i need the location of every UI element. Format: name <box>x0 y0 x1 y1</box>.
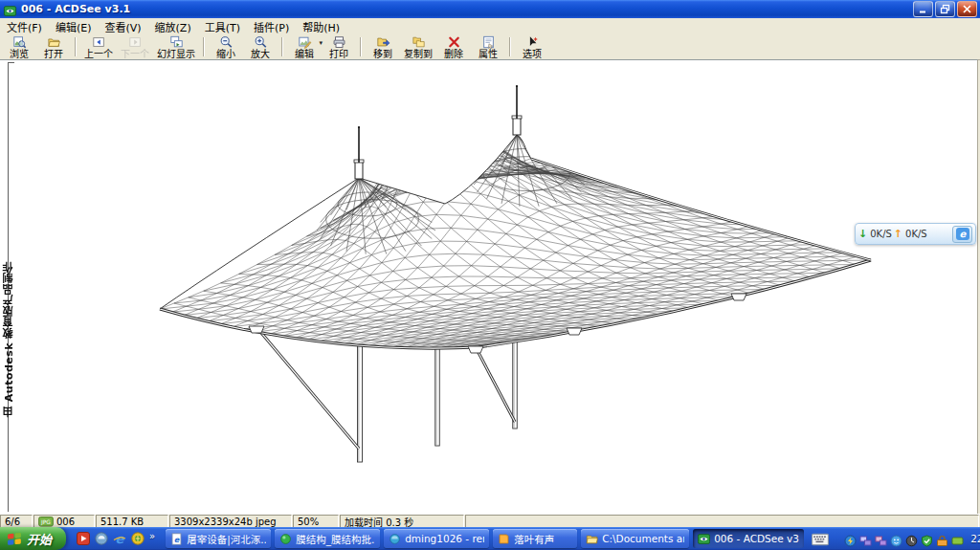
orange-note-icon <box>498 533 510 545</box>
minimize-button[interactable] <box>913 1 933 17</box>
task-button-1[interactable]: e屠宰设备|河北涿... <box>166 529 271 548</box>
properties-icon-wrap <box>481 35 496 49</box>
acdsee-icon <box>698 533 710 545</box>
options-icon-wrap <box>525 35 540 49</box>
quick-launch-downloader[interactable] <box>130 531 145 546</box>
tray-thunder[interactable] <box>844 533 857 545</box>
orange-note-icon-wrap <box>498 533 510 545</box>
teal-ball-icon-wrap <box>389 533 401 545</box>
network-b-icon <box>875 535 887 547</box>
tray-timer[interactable] <box>905 533 918 545</box>
tray-network-b[interactable] <box>875 533 887 545</box>
membrane-structure-wireframe-image <box>0 60 977 515</box>
image-viewer-canvas[interactable]: 由 Autodesk 教育版产品制作 ↓ 0K/S ↑ 0K/S e <box>0 59 978 515</box>
toolbar-button-slideshow[interactable]: 幻灯显示 <box>153 34 199 59</box>
acdsee-icon-wrap <box>698 533 710 545</box>
move-to-icon <box>376 35 390 49</box>
slideshow-icon-wrap <box>169 35 184 49</box>
menu-item-2[interactable]: 编辑(E) <box>49 18 99 35</box>
task-button-3[interactable]: dming1026 - rerkin... <box>384 529 489 548</box>
tray-qq-face[interactable] <box>890 533 902 545</box>
system-tray: 22:00 <box>806 527 980 550</box>
ie-browser-button[interactable]: e <box>952 226 972 243</box>
thunder-icon <box>844 535 857 547</box>
menu-item-5[interactable]: 工具(T) <box>198 18 247 35</box>
task-button-label: 006 - ACDSee v3.1 <box>714 533 799 544</box>
task-button-label: dming1026 - rerkin... <box>405 533 484 544</box>
toolbar-button-print[interactable]: 打印 <box>322 34 356 59</box>
toolbar-button-edit[interactable]: ▾编辑 <box>287 34 322 59</box>
ime-keyboard-icon[interactable] <box>812 532 829 545</box>
svg-text:e: e <box>959 229 967 239</box>
green-chip-icon <box>951 535 964 547</box>
toolbar-button-zoom-out[interactable]: 缩小 <box>209 34 243 59</box>
windows-flag-icon <box>7 531 23 547</box>
window-title: 006 - ACDSee v3.1 <box>21 3 911 15</box>
task-button-4[interactable]: 落叶有声 <box>493 529 577 548</box>
ie-page-icon: e <box>170 533 183 545</box>
toolbar-button-next: 下一个 <box>117 34 153 59</box>
status-segment-3: 511.7 KB <box>96 515 168 528</box>
quick-launch-internet-explorer[interactable]: e <box>112 531 127 546</box>
tray-icons <box>842 533 965 545</box>
toolbar-button-properties[interactable]: 属性 <box>471 34 505 59</box>
quick-launch-overflow-chevron[interactable]: » <box>149 531 155 541</box>
task-button-label: 膜结构_膜结构批... <box>296 532 375 546</box>
zoom-in-icon-wrap <box>254 35 268 49</box>
toolbar-button-delete[interactable]: 删除 <box>436 34 471 59</box>
toolbar-button-options[interactable]: 选项 <box>515 34 549 59</box>
toolbar-button-prev[interactable]: 上一个 <box>80 34 117 59</box>
task-button-6[interactable]: 006 - ACDSee v3.1 <box>693 529 804 548</box>
toolbar-button-open[interactable]: 打开 <box>36 34 71 59</box>
print-icon-wrap <box>332 35 346 49</box>
quick-launch-messenger[interactable] <box>94 531 109 546</box>
svg-text:JPG: JPG <box>40 517 51 525</box>
open-icon <box>47 35 61 49</box>
status-segment-text: 511.7 KB <box>100 517 144 527</box>
toolbar-button-browse[interactable]: 浏览 <box>2 34 36 59</box>
quick-launch-media-launcher[interactable] <box>76 531 91 546</box>
task-button-label: C:\Documents and... <box>602 533 684 544</box>
options-icon <box>525 35 540 49</box>
tray-shield[interactable] <box>921 533 933 545</box>
drawing-border-tick <box>8 62 14 63</box>
tray-lock-amber[interactable] <box>936 533 948 545</box>
slideshow-icon <box>169 35 184 49</box>
folder-icon-wrap <box>586 533 598 545</box>
properties-icon <box>481 35 496 49</box>
menu-item-4[interactable]: 缩放(Z) <box>148 18 198 35</box>
status-segment-4: 3309x2339x24b jpeg <box>169 515 292 528</box>
upload-arrow-icon: ↑ <box>894 228 902 240</box>
lock-amber-icon <box>936 535 948 547</box>
jpg-badge-icon: JPG <box>38 517 54 527</box>
ie-page-icon-wrap: e <box>170 533 183 545</box>
tray-network-a[interactable] <box>859 533 872 545</box>
toolbar-button-zoom-in[interactable]: 放大 <box>243 34 278 59</box>
download-speed-value: 0K/S <box>870 229 892 239</box>
task-button-2[interactable]: 膜结构_膜结构批... <box>275 529 380 548</box>
toolbar-separator <box>360 37 362 56</box>
green-ball-icon-wrap <box>279 533 292 545</box>
status-segment-1: 6/6 <box>0 515 33 528</box>
qq-face-icon <box>890 535 902 547</box>
close-button[interactable] <box>957 1 977 17</box>
autodesk-watermark: 由 Autodesk 教育版产品制作 <box>2 261 17 417</box>
toolbar-separator <box>203 37 205 56</box>
start-label: 开始 <box>27 530 52 548</box>
network-speed-widget[interactable]: ↓ 0K/S ↑ 0K/S e <box>855 223 976 245</box>
restore-button[interactable] <box>935 1 955 17</box>
download-arrow-icon: ↓ <box>858 228 867 240</box>
menu-item-3[interactable]: 查看(V) <box>98 18 147 35</box>
tray-green-chip[interactable] <box>951 533 964 545</box>
start-button[interactable]: 开始 <box>0 527 66 550</box>
task-buttons: e屠宰设备|河北涿...膜结构_膜结构批...dming1026 - rerki… <box>164 529 806 548</box>
status-segment-text: 006 <box>56 517 75 527</box>
menu-item-7[interactable]: 帮助(H) <box>296 18 346 35</box>
toolbar-button-move-to[interactable]: 移到 <box>366 34 400 59</box>
status-segment-5: 50% <box>293 515 339 528</box>
menu-item-6[interactable]: 插件(P) <box>247 18 296 35</box>
edit-icon <box>298 35 312 49</box>
toolbar-button-copy-to[interactable]: 复制到 <box>400 34 436 59</box>
task-button-5[interactable]: C:\Documents and... <box>581 529 689 548</box>
menu-item-1[interactable]: 文件(F) <box>0 18 49 35</box>
